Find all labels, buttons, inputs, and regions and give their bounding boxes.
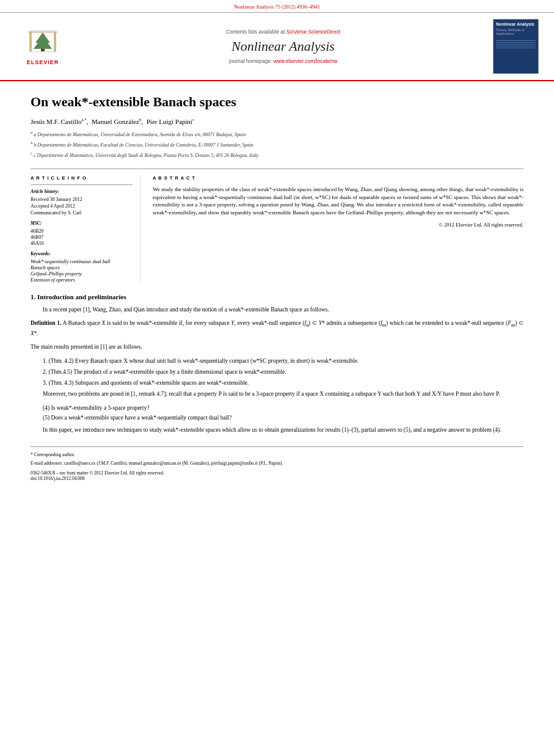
result-3-text: 3. (Thm. 4.3) Subspaces and quotients of… xyxy=(43,380,249,386)
section-1-title: 1. Introduction and preliminaries xyxy=(31,293,523,300)
received-date: Received 30 January 2012 xyxy=(31,197,133,202)
author-c: Pier Luigi Papini xyxy=(147,117,192,125)
elsevier-tree-icon xyxy=(24,27,61,58)
definition-label: Definition 1. xyxy=(31,320,61,326)
svg-rect-3 xyxy=(29,32,32,52)
journal-header-center: Contents lists available at SciVerse Sci… xyxy=(79,29,487,64)
result-2-text: 2. (Thm.4.5) The product of a weak*-exte… xyxy=(43,369,286,375)
keyword-4: Extension of operators xyxy=(31,277,133,283)
communicated-by: Communicated by S. Carl xyxy=(31,210,133,216)
main-content: On weak*-extensible Banach spaces Jesús … xyxy=(0,81,554,493)
definition-1: Definition 1. A Banach space X is said t… xyxy=(31,319,523,338)
journal-reference-bar: Nonlinear Analysis 75 (2012) 4936–4941 xyxy=(0,0,554,13)
keywords-label: Keywords: xyxy=(31,251,133,256)
main-results-intro: The main results presented in [1] are as… xyxy=(31,343,523,351)
svg-marker-1 xyxy=(34,32,52,49)
msc-code-1: 46B20 xyxy=(31,228,133,234)
problems-intro: Moreover, two problems are posed in [1, … xyxy=(31,390,523,398)
contents-available-line: Contents lists available at SciVerse Sci… xyxy=(79,29,487,35)
article-info-column: A R T I C L E I N F O Article history: R… xyxy=(31,175,140,283)
journal-title: Nonlinear Analysis xyxy=(79,38,487,54)
author-b-sup: b xyxy=(139,117,142,122)
footer-copyright: 0362-546X/$ – see front matter © 2012 El… xyxy=(31,470,523,476)
journal-homepage-line: journal homepage: www.elsevier.com/locat… xyxy=(79,58,487,64)
question-5: (5) Does a weak*-extensible space have a… xyxy=(43,413,523,422)
result-1: 1. (Thm. 4.2) Every Banach space X whose… xyxy=(31,357,523,365)
affiliation-c: c c Dipartimento di Matematica, Universi… xyxy=(31,150,523,159)
article-info-header: A R T I C L E I N F O xyxy=(31,175,133,181)
msc-section: MSC: 46B20 46B07 46A16 xyxy=(31,220,133,246)
accepted-date: Accepted 4 April 2012 xyxy=(31,203,133,209)
definition-text: A Banach space X is said to be weak*-ext… xyxy=(31,320,523,336)
which-word: which xyxy=(390,320,404,326)
open-problems: (4) Is weak*-extensibility a 3-space pro… xyxy=(43,404,523,423)
cover-subtitle: Theory, Methods & Applications xyxy=(496,28,536,35)
affiliation-a: a a Departamento de Matemáticas, Univers… xyxy=(31,129,523,139)
footer-doi: doi:10.1016/j.na.2012.04.008 xyxy=(31,476,523,481)
keywords-section: Keywords: Weak*-sequentially continuous … xyxy=(31,251,133,283)
footer-divider xyxy=(31,446,523,447)
journal-cover: Nonlinear Analysis Theory, Methods & App… xyxy=(493,19,542,74)
corresponding-author-note: * Corresponding author. xyxy=(31,452,523,459)
msc-code-3: 46A16 xyxy=(31,241,133,246)
copyright-notice: © 2012 Elsevier Ltd. All rights reserved… xyxy=(153,222,523,228)
result-1-text: 1. (Thm. 4.2) Every Banach space X whose… xyxy=(43,358,359,364)
article-history-label: Article history: xyxy=(31,189,133,194)
paper-summary: In this paper, we introduce new techniqu… xyxy=(31,426,523,434)
authors-line: Jesús M.F. Castilloa,*, Manuel Gonzálezb… xyxy=(31,117,523,125)
journal-header: ELSEVIER Contents lists available at Sci… xyxy=(0,13,554,81)
intro-paragraph-1: In a recent paper [1], Wang, Zhao, and Q… xyxy=(31,305,523,314)
author-b: Manuel González xyxy=(92,117,139,125)
cover-title: Nonlinear Analysis xyxy=(496,22,536,27)
email-addresses: E-mail addresses: castillo@unex.es (J.M.… xyxy=(31,460,523,467)
sciverse-link[interactable]: SciVerse ScienceDirect xyxy=(286,29,340,35)
homepage-url[interactable]: www.elsevier.com/locate/na xyxy=(274,58,337,64)
article-title: On weak*-extensible Banach spaces xyxy=(31,93,523,111)
msc-code-2: 46B07 xyxy=(31,234,133,240)
publisher-logo: ELSEVIER xyxy=(12,27,73,65)
journal-reference-text: Nonlinear Analysis 75 (2012) 4936–4941 xyxy=(234,4,320,10)
author-a-sup: a,* xyxy=(81,117,86,122)
homepage-prefix: journal homepage: xyxy=(229,58,272,64)
affiliation-b: b b Departamento de Matemáticas, Faculta… xyxy=(31,140,523,149)
svg-rect-2 xyxy=(41,49,45,51)
keyword-3: Gelfand–Phillips property xyxy=(31,271,133,277)
author-a: Jesús M.F. Castillo xyxy=(31,117,81,125)
svg-rect-4 xyxy=(54,32,56,52)
info-divider xyxy=(31,184,133,185)
question-4: (4) Is weak*-extensibility a 3-space pro… xyxy=(43,404,523,412)
affiliations: a a Departamento de Matemáticas, Univers… xyxy=(31,129,523,159)
svg-rect-5 xyxy=(28,31,57,33)
abstract-column: A B S T R A C T We study the stability p… xyxy=(153,175,523,283)
abstract-header: A B S T R A C T xyxy=(153,175,523,181)
elsevier-brand-text: ELSEVIER xyxy=(27,59,59,65)
keyword-2: Banach spaces xyxy=(31,265,133,271)
msc-label: MSC: xyxy=(31,220,133,226)
contents-prefix: Contents lists available at xyxy=(226,29,285,35)
article-columns: A R T I C L E I N F O Article history: R… xyxy=(31,169,523,283)
keyword-1: Weak*-sequentially continuous dual ball xyxy=(31,259,133,264)
result-3: 3. (Thm. 4.3) Subspaces and quotients of… xyxy=(31,379,523,387)
author-c-sup: c xyxy=(192,117,194,122)
result-2: 2. (Thm.4.5) The product of a weak*-exte… xyxy=(31,368,523,376)
abstract-text: We study the stability properties of the… xyxy=(153,186,523,216)
